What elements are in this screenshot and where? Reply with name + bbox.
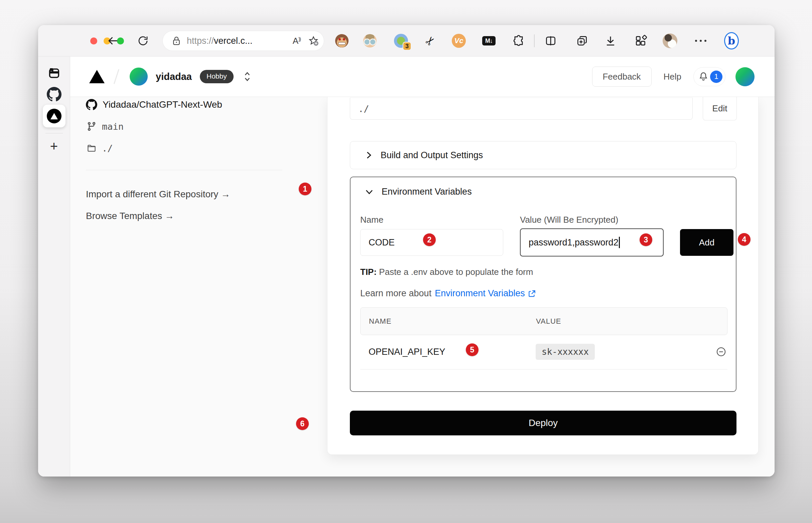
split-screen-button[interactable] — [543, 33, 558, 48]
minus-circle-icon — [715, 346, 727, 358]
feedback-button[interactable]: Feedback — [592, 67, 652, 87]
user-avatar[interactable] — [735, 67, 755, 86]
plan-badge: Hobby — [200, 70, 233, 83]
team-avatar — [130, 68, 148, 86]
root-dir-row: ./ — [87, 142, 113, 154]
import-different-repo-link[interactable]: Import a different Git Repository → — [86, 189, 230, 200]
env-learn-more: Learn more about Environment Variables — [360, 288, 536, 299]
url-host: vercel.c... — [214, 36, 252, 46]
sidebar-tab-search-button[interactable] — [48, 67, 61, 80]
glasses-face-extension-icon[interactable] — [362, 33, 377, 48]
annotation-badge-2: 2 — [423, 233, 436, 246]
collections-button[interactable] — [575, 33, 589, 48]
bing-icon: b — [724, 32, 739, 50]
team-name: yidadaa — [156, 71, 192, 82]
edge-sidebar: + — [38, 56, 70, 476]
remove-env-var-button[interactable] — [715, 346, 727, 358]
back-arrow-icon — [107, 34, 119, 47]
repo-row: Yidadaa/ChatGPT-Next-Web — [86, 98, 222, 111]
annotation-badge-3: 3 — [640, 233, 652, 246]
browser-window: https://vercel.c... A)) 3 ✂ — [38, 25, 775, 476]
vercel-page: yidadaa Hobby Feedback Help 1 — [70, 56, 775, 476]
add-favorite-star-icon[interactable] — [308, 35, 319, 47]
address-bar[interactable]: https://vercel.c... A)) — [163, 31, 324, 51]
build-output-settings-section[interactable]: Build and Output Settings — [350, 141, 736, 169]
collections-icon — [576, 34, 588, 47]
text-caret — [619, 237, 620, 248]
clipper-extension-icon[interactable]: ✂ — [423, 33, 437, 48]
deploy-button[interactable]: Deploy — [350, 411, 736, 435]
downloads-button[interactable] — [603, 33, 618, 48]
breadcrumb-slash — [114, 69, 119, 84]
address-bar-actions: A)) — [293, 31, 319, 51]
browser-tab-icon — [48, 67, 61, 80]
lock-icon — [171, 36, 182, 46]
notifications-button[interactable]: 1 — [693, 67, 725, 86]
tip-bold: TIP: — [360, 267, 377, 277]
desktop: https://vercel.c... A)) 3 ✂ — [0, 0, 812, 523]
apps-grid-icon — [634, 34, 647, 47]
read-aloud-button[interactable]: A)) — [293, 36, 300, 46]
sidebar-tab-vercel-active[interactable] — [43, 105, 65, 127]
branch-row: main — [87, 120, 124, 132]
blue-green-dot-icon: 3 — [394, 34, 408, 48]
folder-icon — [87, 143, 97, 153]
left-panel-divider — [86, 170, 282, 170]
chevron-up-down-icon — [243, 71, 252, 82]
chevron-down-icon — [365, 188, 374, 196]
help-link[interactable]: Help — [664, 72, 681, 82]
settings-more-button[interactable] — [693, 33, 708, 48]
header-breadcrumb: yidadaa Hobby — [89, 68, 252, 86]
name-field-label: Name — [360, 215, 383, 225]
env-var-name: OPENAI_API_KEY — [369, 347, 536, 357]
env-table-row: OPENAI_API_KEY sk-xxxxxx — [360, 338, 728, 365]
reload-icon — [137, 35, 149, 47]
configure-project-card: ./ Edit Build and Output Settings Enviro… — [327, 97, 758, 455]
notification-count-badge: 1 — [710, 71, 722, 83]
environment-variables-link-text: Environment Variables — [435, 288, 525, 299]
env-var-value: sk-xxxxxx — [536, 344, 595, 360]
plus-icon: + — [50, 140, 58, 153]
env-table-value-header: VALUE — [536, 317, 561, 326]
edit-root-directory-button[interactable]: Edit — [703, 97, 737, 120]
vercel-header: yidadaa Hobby Feedback Help 1 — [70, 56, 775, 97]
header-actions: Feedback Help 1 — [592, 67, 755, 87]
environment-variables-link[interactable]: Environment Variables — [435, 288, 536, 299]
branch-name: main — [102, 121, 124, 132]
env-name-input-value: CODE — [369, 237, 395, 248]
browser-profile-button[interactable] — [663, 33, 677, 48]
sidebar-tab-github[interactable] — [47, 87, 61, 102]
download-icon — [604, 34, 617, 47]
annotation-badge-1: 1 — [299, 183, 311, 195]
root-dir-value: ./ — [102, 143, 113, 154]
vc-icon: Vc — [452, 34, 466, 48]
notification-extension-icon[interactable]: 3 — [394, 33, 408, 48]
back-button[interactable] — [106, 33, 120, 48]
browse-templates-link[interactable]: Browse Templates → — [86, 211, 174, 221]
env-row-divider — [360, 369, 728, 369]
github-icon — [47, 87, 61, 102]
markdown-download-extension-icon[interactable]: M↓ — [481, 33, 496, 48]
add-env-var-button[interactable]: Add — [680, 229, 734, 256]
env-table-header: NAME VALUE — [360, 307, 728, 335]
extensions-menu-button[interactable] — [511, 33, 526, 48]
env-table-name-header: NAME — [369, 317, 536, 326]
env-section-title: Environment Variables — [382, 186, 472, 197]
environment-variables-section: Environment Variables Name Value (Will B… — [350, 177, 736, 392]
sidebar-divider — [45, 133, 63, 133]
apps-button[interactable] — [633, 33, 648, 48]
root-directory-input[interactable]: ./ — [350, 98, 693, 120]
sidebar-new-tab-button[interactable]: + — [50, 140, 58, 153]
bing-chat-button[interactable]: b — [724, 33, 739, 48]
env-tip-text: TIP: Paste a .env above to populate the … — [360, 267, 533, 277]
team-switcher-button[interactable] — [243, 71, 252, 82]
tip-rest: Paste a .env above to populate the form — [377, 267, 533, 277]
tampermonkey-extension-icon[interactable] — [335, 33, 349, 48]
monkey-icon — [335, 34, 348, 48]
puzzle-icon — [512, 34, 525, 47]
close-window-button[interactable] — [90, 37, 97, 44]
env-section-toggle[interactable]: Environment Variables — [365, 186, 472, 197]
reload-button[interactable] — [136, 33, 150, 48]
vc-extension-icon[interactable]: Vc — [451, 33, 466, 48]
github-icon — [86, 99, 97, 110]
